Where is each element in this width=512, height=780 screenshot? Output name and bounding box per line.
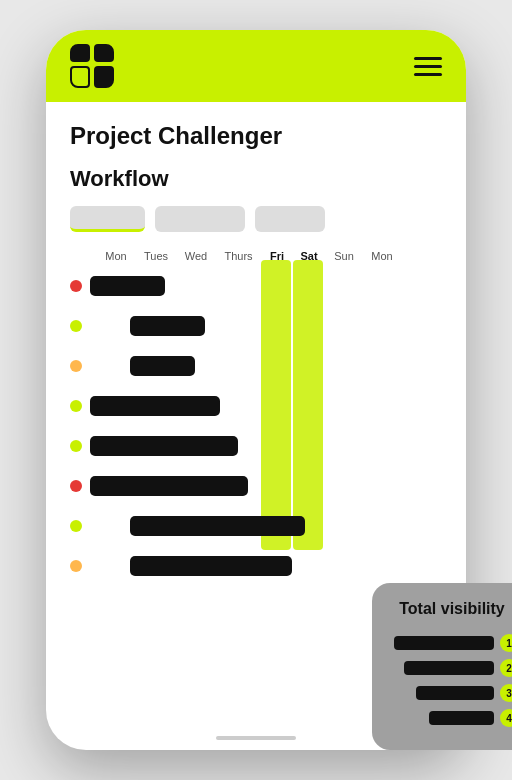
day-header-thurs: Thurs [216, 250, 261, 262]
app-logo [70, 44, 114, 88]
gantt-row-3 [70, 348, 442, 384]
hamburger-line-2 [414, 65, 442, 68]
row-dot-6 [70, 480, 82, 492]
hamburger-line-1 [414, 57, 442, 60]
logo-dot-tr [94, 44, 114, 62]
vis-row-1: 1 [386, 634, 512, 652]
vis-row-2: 2 [386, 659, 512, 677]
visibility-card: Total visibility 1 2 3 4 [372, 583, 512, 750]
vis-badge-2: 2 [500, 659, 512, 677]
gantt-row-5 [70, 428, 442, 464]
hamburger-line-3 [414, 73, 442, 76]
vis-badge-1: 1 [500, 634, 512, 652]
row-dot-2 [70, 320, 82, 332]
row-bar-7 [130, 516, 305, 536]
row-bar-3 [130, 356, 195, 376]
day-headers: Mon Tues Wed Thurs Fri Sat Sun Mon [70, 250, 442, 262]
row-dot-3 [70, 360, 82, 372]
home-indicator [216, 736, 296, 740]
gantt-row-2 [70, 308, 442, 344]
row-bar-1 [90, 276, 165, 296]
filter-tab-1[interactable] [70, 206, 145, 232]
row-bar-6 [90, 476, 248, 496]
vis-bar-3 [416, 686, 494, 700]
gantt-area [70, 268, 442, 584]
vis-bar-1 [394, 636, 494, 650]
gantt-row-4 [70, 388, 442, 424]
gantt-row-8 [70, 548, 442, 584]
row-dot-4 [70, 400, 82, 412]
row-bar-8 [130, 556, 292, 576]
workflow-title: Workflow [70, 166, 442, 192]
visibility-title: Total visibility [386, 599, 512, 620]
day-header-sun: Sun [325, 250, 363, 262]
vis-badge-3: 3 [500, 684, 512, 702]
day-header-wed: Wed [176, 250, 216, 262]
gantt-row-6 [70, 468, 442, 504]
row-dot-7 [70, 520, 82, 532]
vis-row-4: 4 [386, 709, 512, 727]
vis-bar-2 [404, 661, 494, 675]
logo-dot-bl [70, 66, 90, 88]
row-bar-5 [90, 436, 238, 456]
vis-bar-4 [429, 711, 494, 725]
day-header-tues: Tues [136, 250, 176, 262]
row-dot-1 [70, 280, 82, 292]
row-dot-5 [70, 440, 82, 452]
app-header [46, 30, 466, 102]
gantt-row-1 [70, 268, 442, 304]
row-bar-4 [90, 396, 220, 416]
logo-dot-tl [70, 44, 90, 62]
menu-button[interactable] [414, 57, 442, 76]
filter-tabs [70, 206, 442, 232]
filter-tab-2[interactable] [155, 206, 245, 232]
vis-row-3: 3 [386, 684, 512, 702]
filter-tab-3[interactable] [255, 206, 325, 232]
row-bar-2 [130, 316, 205, 336]
day-header-mon2: Mon [363, 250, 401, 262]
row-dot-8 [70, 560, 82, 572]
gantt-row-7 [70, 508, 442, 544]
vis-badge-4: 4 [500, 709, 512, 727]
phone-container: Project Challenger Workflow Mon Tues Wed… [0, 0, 512, 780]
day-header-mon1: Mon [96, 250, 136, 262]
project-title: Project Challenger [70, 122, 442, 150]
logo-dot-br [94, 66, 114, 88]
